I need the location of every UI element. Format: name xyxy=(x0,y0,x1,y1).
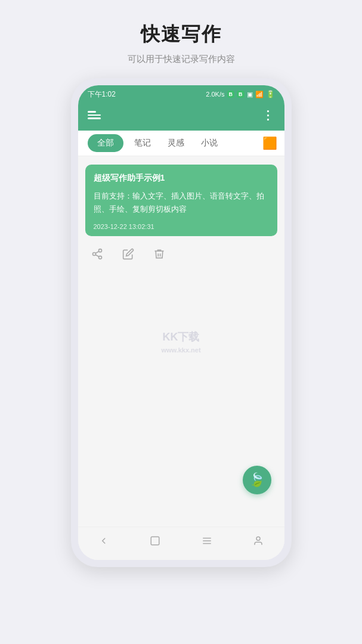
signal-icon: ▣ xyxy=(247,91,253,98)
phone-screen: 下午1:02 2.0K/s B B ▣ 📶 🔋 ⋮ 全部 笔记 灵感 xyxy=(78,85,284,560)
note-actions xyxy=(85,241,277,267)
watermark-sub: www.kkx.net xyxy=(161,346,200,354)
status-icons: 2.0K/s B B ▣ 📶 🔋 xyxy=(206,90,274,98)
status-time: 下午1:02 xyxy=(88,89,116,100)
tab-bar: 全部 笔记 灵感 小说 🟧 xyxy=(78,131,284,156)
note-title: 超级写作助手示例1 xyxy=(94,173,269,184)
network-speed: 2.0K/s xyxy=(206,91,224,98)
svg-point-1 xyxy=(92,253,95,256)
home-button[interactable] xyxy=(140,533,170,552)
more-button[interactable]: ⋮ xyxy=(262,108,275,122)
page-title: 快速写作 xyxy=(141,21,222,48)
menu-line-3 xyxy=(88,117,101,119)
svg-line-4 xyxy=(95,252,99,253)
edit-button[interactable] xyxy=(120,246,137,265)
watermark: KK下载 www.kkx.net xyxy=(161,330,200,354)
phone-frame: 下午1:02 2.0K/s B B ▣ 📶 🔋 ⋮ 全部 笔记 灵感 xyxy=(71,78,292,567)
wifi-icon: 📶 xyxy=(255,91,264,98)
folder-icon[interactable]: 🟧 xyxy=(262,136,277,150)
fab-button[interactable]: 🍃 xyxy=(243,466,271,494)
tab-notes[interactable]: 笔记 xyxy=(126,132,159,154)
note-card[interactable]: 超级写作助手示例1 目前支持：输入文字、插入图片、语音转文字、拍照、手绘、复制剪… xyxy=(85,165,277,236)
svg-point-0 xyxy=(98,249,101,252)
top-bar: ⋮ xyxy=(78,102,284,131)
watermark-text: KK下载 xyxy=(161,330,200,344)
content-area: 超级写作助手示例1 目前支持：输入文字、插入图片、语音转文字、拍照、手绘、复制剪… xyxy=(78,156,284,527)
menu-line-2 xyxy=(88,114,101,116)
page-subtitle: 可以用于快速记录写作内容 xyxy=(128,54,235,65)
share-button[interactable] xyxy=(89,246,106,265)
nav-bar xyxy=(78,527,284,560)
status-bar: 下午1:02 2.0K/s B B ▣ 📶 🔋 xyxy=(78,85,284,102)
svg-rect-5 xyxy=(151,537,160,545)
note-body: 目前支持：输入文字、插入图片、语音转文字、拍照、手绘、复制剪切板内容 xyxy=(94,190,269,216)
svg-point-9 xyxy=(256,537,260,540)
menu-button[interactable] xyxy=(88,111,101,119)
profile-button[interactable] xyxy=(243,533,273,552)
tab-inspiration[interactable]: 灵感 xyxy=(159,132,193,154)
badge-b2: B xyxy=(237,91,245,98)
battery-icon: 🔋 xyxy=(266,90,275,98)
back-button[interactable] xyxy=(89,533,119,552)
svg-point-2 xyxy=(98,256,101,259)
tab-all[interactable]: 全部 xyxy=(88,134,123,152)
recents-button[interactable] xyxy=(192,533,222,552)
badge-b1: B xyxy=(227,91,235,98)
delete-button[interactable] xyxy=(151,246,168,265)
note-date: 2023-12-22 13:02:31 xyxy=(94,223,269,230)
svg-line-3 xyxy=(95,255,99,256)
menu-line-1 xyxy=(88,111,96,113)
fab-icon: 🍃 xyxy=(249,472,265,488)
tab-novel[interactable]: 小说 xyxy=(193,132,226,154)
